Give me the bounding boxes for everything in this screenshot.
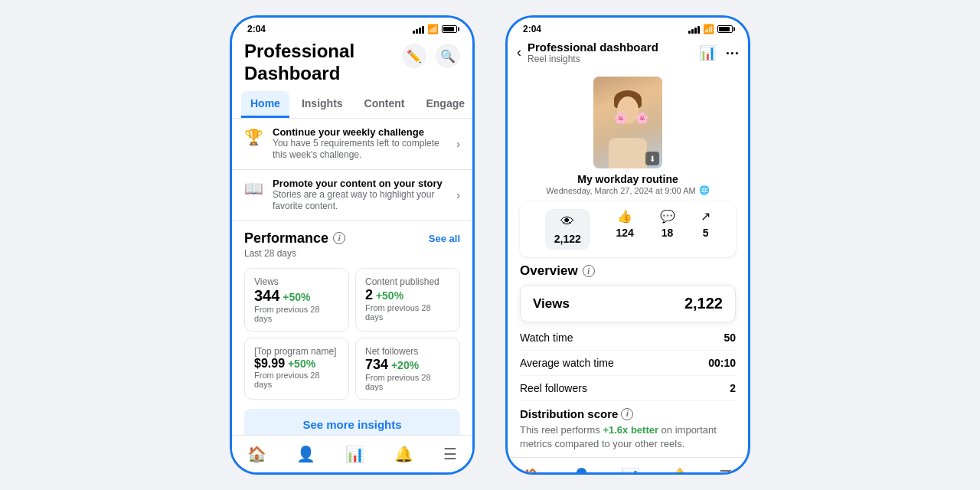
program-value: $9.99 +50% bbox=[254, 357, 339, 371]
menu-nav-icon-2: ☰ bbox=[719, 467, 733, 475]
bottom-nav-2: 🏠 👤 📊 🔔 ☰ bbox=[508, 457, 748, 475]
status-bar-1: 2:04 📶 bbox=[232, 18, 472, 38]
time-2: 2:04 bbox=[523, 24, 541, 34]
views-stat: 👁 2,122 bbox=[545, 209, 590, 250]
time-1: 2:04 bbox=[247, 24, 266, 34]
watch-time-label: Watch time bbox=[520, 332, 573, 344]
views-card: Views 344 +50% From previous 28 days bbox=[244, 268, 349, 332]
reel-title: My workday routine bbox=[577, 173, 678, 185]
phone2-title-block: Professional dashboard Reel insights bbox=[528, 41, 658, 64]
eye-icon: 👁 bbox=[560, 214, 574, 230]
status-bar-2: 2:04 📶 bbox=[508, 18, 748, 38]
content-from: From previous 28 days bbox=[365, 303, 450, 322]
nav-menu-2[interactable]: ☰ bbox=[710, 464, 742, 475]
battery-icon bbox=[442, 25, 457, 33]
tab-content[interactable]: Content bbox=[355, 91, 414, 118]
views-num: 2,122 bbox=[554, 233, 581, 245]
edit-icon[interactable]: ✏️ bbox=[402, 44, 426, 68]
wifi-icon: 📶 bbox=[427, 24, 439, 34]
see-more-insights-button[interactable]: See more insights bbox=[244, 409, 460, 435]
content-published-card: Content published 2 +50% From previous 2… bbox=[355, 268, 460, 332]
nav-bell-2[interactable]: 🔔 bbox=[661, 464, 698, 475]
phone2-header-left: ‹ Professional dashboard Reel insights bbox=[517, 41, 658, 64]
signal-icon bbox=[413, 24, 424, 34]
bottom-nav-1: 🏠 👤 📊 🔔 ☰ bbox=[232, 435, 472, 472]
distribution-title: Distribution score i bbox=[520, 407, 736, 420]
performance-title: Performance i bbox=[244, 230, 345, 247]
back-button[interactable]: ‹ bbox=[517, 44, 521, 60]
comments-num: 18 bbox=[662, 227, 674, 239]
info-icon-dist[interactable]: i bbox=[621, 408, 633, 420]
header-row-1: Professional Dashboard ✏️ 🔍 bbox=[232, 38, 472, 91]
phones-container: 2:04 📶 Professional Dashboard ✏️ 🔍 bbox=[0, 0, 980, 490]
dashboard-nav-icon-2: 📊 bbox=[621, 467, 640, 475]
avg-watch-label: Average watch time bbox=[520, 357, 614, 369]
signal-icon-2 bbox=[688, 24, 700, 34]
nav-dashboard-2[interactable]: 📊 bbox=[612, 464, 649, 475]
tab-engage[interactable]: Engage bbox=[416, 91, 474, 118]
views-from: From previous 28 days bbox=[254, 305, 339, 323]
nav-home-2[interactable]: 🏠 bbox=[514, 464, 551, 475]
arrow-icon-2: › bbox=[456, 189, 460, 201]
arrow-icon-1: › bbox=[456, 138, 460, 150]
metric-avg-watch: Average watch time 00:10 bbox=[520, 351, 736, 376]
shares-num: 5 bbox=[703, 227, 709, 239]
nav-menu-1[interactable]: ☰ bbox=[434, 442, 466, 466]
reel-date: Wednesday, March 27, 2024 at 9:00 AM 🌐 bbox=[546, 185, 709, 195]
program-from: From previous 28 days bbox=[254, 371, 339, 389]
followers-value: 734 +20% bbox=[365, 357, 450, 373]
stats-grid: Views 344 +50% From previous 28 days Con… bbox=[232, 265, 472, 406]
info-icon-perf[interactable]: i bbox=[333, 232, 345, 244]
share-icon: ↗ bbox=[701, 209, 710, 224]
challenge-item-2[interactable]: 📖 Promote your content on your story Sto… bbox=[232, 170, 472, 221]
overview-section: Overview i Views 2,122 bbox=[508, 257, 748, 325]
info-icon-overview[interactable]: i bbox=[583, 265, 595, 277]
chart-icon[interactable]: 📊 bbox=[699, 44, 716, 61]
home-nav-icon: 🏠 bbox=[247, 445, 266, 463]
reel-followers-label: Reel followers bbox=[520, 382, 587, 394]
challenge-item-1[interactable]: 🏆 Continue your weekly challenge You hav… bbox=[232, 119, 472, 170]
tab-insights[interactable]: Insights bbox=[292, 91, 352, 118]
dist-highlight: +1.6x better bbox=[603, 424, 658, 436]
content-value: 2 +50% bbox=[365, 287, 450, 303]
challenge-text-1: Continue your weekly challenge You have … bbox=[273, 126, 447, 162]
distribution-section: Distribution score i This reel performs … bbox=[508, 401, 748, 457]
wifi-icon-2: 📶 bbox=[703, 24, 714, 34]
likes-stat: 👍 124 bbox=[616, 209, 634, 250]
download-icon: ⬇ bbox=[645, 152, 659, 165]
nav-home-1[interactable]: 🏠 bbox=[238, 442, 276, 466]
see-all-perf[interactable]: See all bbox=[429, 233, 460, 244]
reel-image-container: 🌸 🌸 ⬇ My workday routine Wednesday, Marc… bbox=[508, 70, 748, 195]
views-label: Views bbox=[254, 276, 339, 287]
book-icon: 📖 bbox=[244, 179, 263, 198]
dashboard-nav-icon: 📊 bbox=[345, 445, 364, 463]
nav-profile-1[interactable]: 👤 bbox=[287, 442, 325, 466]
profile-nav-icon-2: 👤 bbox=[572, 467, 591, 475]
more-options-icon[interactable]: ⋯ bbox=[725, 44, 739, 61]
comment-icon: 💬 bbox=[660, 209, 675, 224]
period-label: Last 28 days bbox=[232, 248, 472, 265]
metrics-list: Watch time 50 Average watch time 00:10 R… bbox=[508, 325, 748, 401]
nav-dashboard-1[interactable]: 📊 bbox=[336, 442, 374, 466]
phone-2: 2:04 📶 ‹ Professional dashboard bbox=[505, 15, 750, 475]
content-label: Content published bbox=[365, 276, 450, 287]
phone2-header-right: 📊 ⋯ bbox=[699, 44, 739, 61]
likes-num: 124 bbox=[616, 227, 634, 239]
views-value: 344 +50% bbox=[254, 287, 339, 305]
thumbsup-icon: 👍 bbox=[617, 209, 632, 224]
challenge-desc-1: You have 5 requirements left to complete… bbox=[273, 138, 447, 162]
phone2-title: Professional dashboard bbox=[528, 41, 658, 54]
bell-nav-icon-2: 🔔 bbox=[670, 467, 689, 475]
scroll-content-1: 🏆 Continue your weekly challenge You hav… bbox=[232, 119, 472, 435]
watch-time-value: 50 bbox=[724, 332, 736, 344]
tab-home[interactable]: Home bbox=[241, 91, 289, 118]
tabs-row: Home Insights Content Engage M bbox=[232, 91, 472, 119]
challenge-desc-2: Stories are a great way to highlight you… bbox=[273, 189, 447, 213]
nav-bell-1[interactable]: 🔔 bbox=[385, 442, 423, 466]
nav-profile-2[interactable]: 👤 bbox=[563, 464, 600, 475]
views-card-2: Views 2,122 bbox=[520, 285, 736, 322]
bell-nav-icon: 🔔 bbox=[394, 445, 413, 463]
program-card: [Top program name] $9.99 +50% From previ… bbox=[244, 338, 349, 400]
search-icon[interactable]: 🔍 bbox=[436, 44, 460, 68]
metric-reel-followers: Reel followers 2 bbox=[520, 376, 736, 401]
